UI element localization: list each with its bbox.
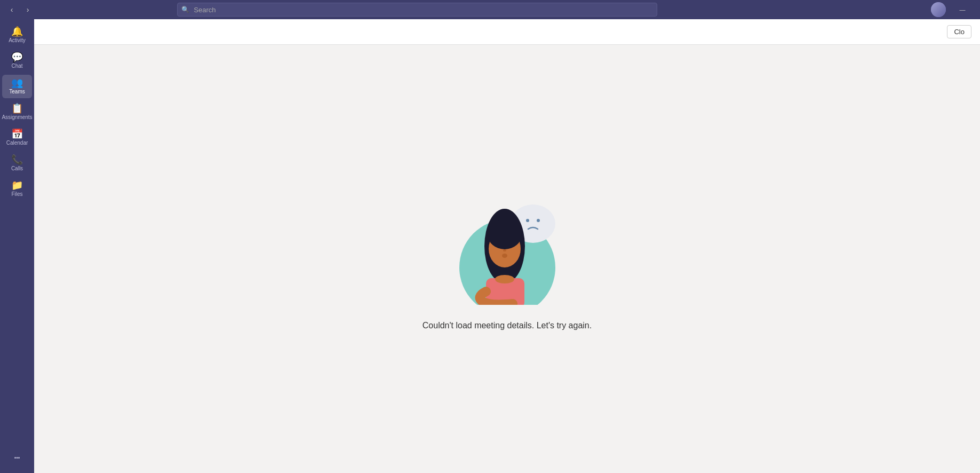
teams-icon: 👥 (11, 78, 23, 88)
forward-button[interactable]: › (21, 3, 34, 16)
sidebar-item-chat-label: Chat (11, 63, 22, 69)
minimize-button[interactable]: — (950, 0, 975, 19)
sidebar-item-chat[interactable]: 💬 Chat (2, 49, 32, 73)
sidebar-item-files-label: Files (11, 191, 22, 198)
sidebar-item-assignments-label: Assignments (2, 114, 32, 121)
sidebar-item-calendar[interactable]: 📅 Calendar (2, 126, 32, 149)
search-input[interactable] (177, 3, 657, 17)
title-bar-right: — (931, 0, 975, 19)
sidebar-item-more[interactable]: ••• (2, 452, 32, 464)
svg-point-10 (497, 243, 501, 247)
search-icon: 🔍 (181, 6, 189, 13)
sidebar-item-teams-label: Teams (9, 89, 25, 95)
sidebar-item-calendar-label: Calendar (6, 140, 28, 146)
back-button[interactable]: ‹ (5, 3, 18, 16)
files-icon: 📁 (11, 180, 23, 190)
sidebar-item-calls-label: Calls (11, 165, 23, 172)
top-bar: Clo (34, 19, 980, 45)
svg-point-9 (488, 219, 522, 249)
sidebar-item-calls[interactable]: 📞 Calls (2, 152, 32, 175)
close-button[interactable]: Clo (947, 25, 971, 38)
search-container: 🔍 (177, 3, 657, 17)
sidebar-item-assignments[interactable]: 📋 Assignments (2, 100, 32, 124)
sidebar: 🔔 Activity 💬 Chat 👥 Teams 📋 Assignments … (0, 19, 34, 473)
title-bar: ‹ › 🔍 — (0, 0, 980, 19)
avatar[interactable] (931, 2, 946, 17)
illustration-svg (454, 187, 561, 305)
calls-icon: 📞 (11, 155, 23, 164)
svg-point-5 (526, 219, 529, 222)
svg-point-15 (495, 275, 514, 283)
main-layout: 🔔 Activity 💬 Chat 👥 Teams 📋 Assignments … (0, 19, 980, 473)
content-area: Clo (34, 19, 980, 473)
svg-point-6 (537, 219, 540, 222)
more-label: ••• (14, 455, 20, 461)
activity-icon: 🔔 (11, 27, 23, 36)
nav-buttons: ‹ › (5, 3, 34, 16)
error-message: Couldn't load meeting details. Let's try… (423, 321, 592, 330)
sidebar-item-teams[interactable]: 👥 Teams (2, 75, 32, 98)
error-container: Couldn't load meeting details. Let's try… (34, 45, 980, 473)
sidebar-item-activity-label: Activity (9, 37, 26, 44)
sidebar-item-files[interactable]: 📁 Files (2, 177, 32, 201)
svg-point-13 (502, 254, 507, 258)
chat-icon: 💬 (11, 52, 23, 62)
svg-point-11 (508, 243, 513, 247)
calendar-icon: 📅 (11, 129, 23, 139)
svg-point-12 (503, 249, 506, 251)
error-illustration (454, 187, 561, 305)
assignments-icon: 📋 (11, 104, 23, 113)
sidebar-item-activity[interactable]: 🔔 Activity (2, 23, 32, 47)
